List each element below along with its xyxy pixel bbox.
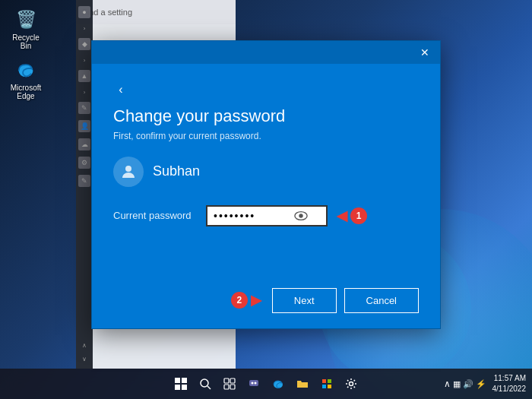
clock-time: 11:57 AM bbox=[492, 373, 527, 384]
dialog-footer: 2 ▶ Next Cancel bbox=[92, 276, 440, 328]
annotation-2-arrow: ▶ bbox=[251, 292, 261, 309]
taskbar-taskview-button[interactable] bbox=[219, 373, 240, 394]
svg-point-3 bbox=[299, 214, 302, 217]
cancel-button[interactable]: Cancel bbox=[344, 288, 419, 313]
svg-rect-10 bbox=[224, 378, 229, 383]
taskbar-clock[interactable]: 11:57 AM 4/11/2022 bbox=[492, 373, 527, 394]
svg-rect-20 bbox=[322, 385, 326, 388]
svg-rect-14 bbox=[249, 380, 258, 386]
svg-rect-4 bbox=[175, 378, 180, 383]
taskbar-show-desktop: ∧ bbox=[444, 378, 451, 389]
annotation-1-arrow: ◀ bbox=[337, 207, 347, 224]
svg-rect-21 bbox=[328, 385, 331, 388]
svg-rect-5 bbox=[182, 378, 187, 383]
svg-point-1 bbox=[125, 166, 131, 172]
taskbar-edge-button[interactable] bbox=[268, 373, 289, 394]
taskbar-explorer-button[interactable] bbox=[292, 373, 313, 394]
taskbar-battery-icon: ⚡ bbox=[476, 379, 486, 389]
svg-rect-13 bbox=[230, 385, 235, 389]
taskbar-search-button[interactable] bbox=[195, 373, 216, 394]
taskbar-center-icons bbox=[170, 373, 362, 394]
dialog-body: ‹ Change your password First, confirm yo… bbox=[92, 64, 440, 276]
dialog-back-button[interactable]: ‹ bbox=[110, 79, 131, 100]
user-name: Subhan bbox=[153, 163, 200, 179]
svg-rect-6 bbox=[175, 385, 180, 390]
user-info-row: Subhan bbox=[113, 157, 419, 187]
clock-date: 4/11/2022 bbox=[492, 384, 527, 394]
svg-rect-12 bbox=[224, 385, 229, 389]
annotation-2-badge: 2 bbox=[231, 292, 248, 309]
password-reveal-button[interactable] bbox=[294, 211, 308, 221]
dialog-close-button[interactable]: ✕ bbox=[416, 43, 434, 62]
dialog-heading: Change your password bbox=[113, 106, 419, 126]
annotation-2: 2 ▶ bbox=[231, 292, 261, 309]
svg-point-15 bbox=[252, 382, 254, 385]
change-password-dialog: ✕ ‹ Change your password First, confirm … bbox=[91, 40, 441, 329]
dialog-titlebar: ✕ bbox=[92, 41, 440, 64]
svg-rect-18 bbox=[322, 379, 326, 383]
svg-rect-19 bbox=[328, 379, 331, 383]
taskbar-start-button[interactable] bbox=[170, 373, 192, 394]
password-label: Current password bbox=[113, 210, 197, 221]
password-field-wrapper bbox=[206, 205, 328, 226]
next-button[interactable]: Next bbox=[272, 288, 337, 313]
desktop: 🗑️ Recycle Bin Microsoft Edge ● › ◆ › ▲ … bbox=[0, 0, 532, 399]
password-input-row: Current password ◀ bbox=[113, 205, 419, 226]
taskbar-volume-icon: 🔊 bbox=[463, 379, 473, 389]
svg-point-16 bbox=[255, 382, 257, 385]
user-avatar bbox=[113, 157, 144, 187]
svg-rect-11 bbox=[230, 378, 235, 383]
taskbar-settings-button[interactable] bbox=[340, 373, 362, 394]
svg-rect-7 bbox=[182, 385, 187, 390]
taskbar-chat-button[interactable] bbox=[243, 373, 264, 394]
dialog-overlay: ✕ ‹ Change your password First, confirm … bbox=[0, 0, 532, 369]
taskbar-right: ∧ ▦ 🔊 ⚡ 11:57 AM 4/11/2022 bbox=[444, 373, 527, 394]
svg-point-22 bbox=[350, 382, 353, 386]
svg-point-8 bbox=[201, 379, 208, 387]
taskbar-sys-icons: ∧ ▦ 🔊 ⚡ bbox=[444, 378, 486, 389]
dialog-subtitle: First, confirm your current password. bbox=[113, 131, 419, 141]
annotation-1: ◀ 1 bbox=[337, 207, 367, 224]
taskbar-network-icon: ▦ bbox=[453, 379, 461, 389]
annotation-1-badge: 1 bbox=[350, 207, 367, 224]
taskbar-store-button[interactable] bbox=[316, 373, 337, 394]
svg-line-9 bbox=[207, 386, 211, 389]
current-password-input[interactable] bbox=[214, 210, 290, 222]
taskbar: ∧ ▦ 🔊 ⚡ 11:57 AM 4/11/2022 bbox=[0, 369, 532, 399]
